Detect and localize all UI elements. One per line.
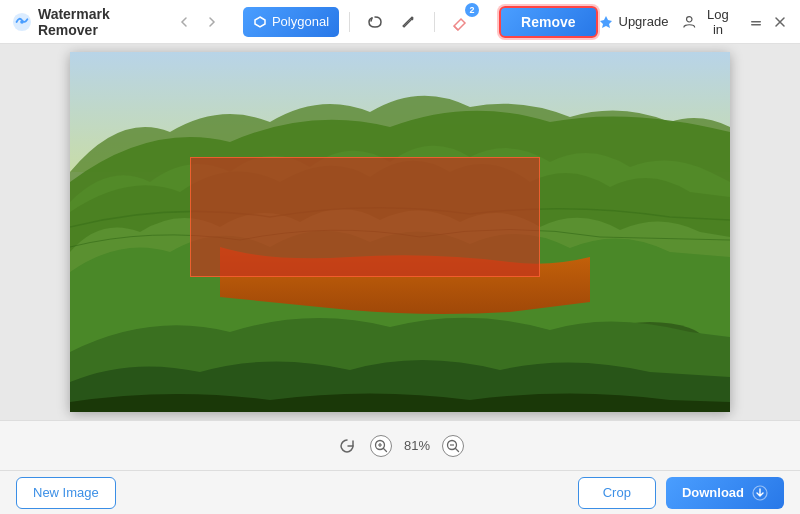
- svg-marker-2: [255, 17, 265, 27]
- lasso-tool-button[interactable]: [360, 7, 390, 37]
- upgrade-icon: [598, 14, 614, 30]
- polygonal-icon: [253, 15, 267, 29]
- window-controls: [748, 14, 788, 30]
- svg-point-1: [20, 20, 24, 24]
- svg-point-3: [687, 16, 692, 21]
- lasso-icon: [366, 13, 384, 31]
- app-logo: Watermark Remover: [12, 6, 161, 38]
- forward-button[interactable]: [199, 9, 225, 35]
- app-logo-icon: [12, 11, 32, 33]
- zoom-in-button[interactable]: [370, 435, 392, 457]
- tool-group: Polygonal 2: [243, 7, 475, 37]
- back-button[interactable]: [171, 9, 197, 35]
- remove-button[interactable]: Remove: [499, 6, 597, 38]
- bottom-bar: New Image Crop Download: [0, 470, 800, 514]
- remove-btn-wrapper: Remove: [499, 6, 597, 38]
- zoom-in-icon: [374, 439, 388, 453]
- bottom-right: Crop Download: [578, 477, 784, 509]
- new-image-button[interactable]: New Image: [16, 477, 116, 509]
- user-icon: [682, 14, 697, 30]
- tool-separator-2: [434, 12, 435, 32]
- titlebar: Watermark Remover Polygonal: [0, 0, 800, 44]
- download-button[interactable]: Download: [666, 477, 784, 509]
- crop-button[interactable]: Crop: [578, 477, 656, 509]
- svg-rect-4: [751, 21, 761, 23]
- zoom-level: 81%: [404, 438, 430, 453]
- polygonal-label: Polygonal: [272, 14, 329, 29]
- reset-icon: [338, 437, 356, 455]
- upgrade-label: Upgrade: [619, 14, 669, 29]
- download-icon: [752, 485, 768, 501]
- crop-label: Crop: [603, 485, 631, 500]
- minimize-icon: [749, 15, 763, 29]
- badge-count: 2: [465, 3, 479, 17]
- remove-label: Remove: [521, 14, 575, 30]
- polygonal-button[interactable]: Polygonal: [243, 7, 339, 37]
- selection-overlay[interactable]: [190, 157, 540, 277]
- minimize-button[interactable]: [748, 14, 764, 30]
- download-label: Download: [682, 485, 744, 500]
- app-name: Watermark Remover: [38, 6, 161, 38]
- new-image-label: New Image: [33, 485, 99, 500]
- close-button[interactable]: [772, 14, 788, 30]
- login-label: Log in: [702, 7, 734, 37]
- nav-arrows: [171, 9, 225, 35]
- close-icon: [773, 15, 787, 29]
- erase-tool-button[interactable]: 2: [445, 7, 475, 37]
- pen-tool-button[interactable]: [394, 7, 424, 37]
- zoom-bar: 81%: [0, 420, 800, 470]
- titlebar-right: Upgrade Log in: [598, 7, 789, 37]
- zoom-reset-button[interactable]: [336, 435, 358, 457]
- main-canvas-area: [0, 44, 800, 420]
- svg-rect-5: [751, 24, 761, 26]
- zoom-out-icon: [446, 439, 460, 453]
- tool-separator-1: [349, 12, 350, 32]
- pen-icon: [400, 13, 418, 31]
- canvas-container[interactable]: [70, 52, 730, 412]
- upgrade-button[interactable]: Upgrade: [598, 14, 669, 30]
- zoom-out-button[interactable]: [442, 435, 464, 457]
- titlebar-left: Watermark Remover Polygonal: [12, 6, 598, 38]
- login-button[interactable]: Log in: [682, 7, 734, 37]
